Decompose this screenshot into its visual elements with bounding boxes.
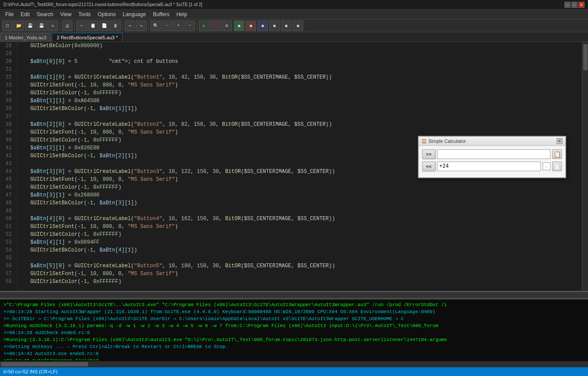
close-button[interactable]: ✕ — [578, 2, 585, 8]
tb-new[interactable]: 🗋 — [2, 21, 13, 31]
tb-zoom-in[interactable]: + — [173, 21, 184, 31]
tab-0-label: 1 Master_Yoda.au3 — [5, 35, 46, 40]
scrollbar-thumb — [1, 362, 88, 366]
calc-result-field[interactable] — [437, 162, 541, 171]
code-line: GUICtrlSetFont(-1, 10, 800, 0, "MS Sans … — [21, 223, 582, 231]
tb-run[interactable]: ▶ — [199, 21, 209, 31]
tb-btn-extra6[interactable]: ◼ — [293, 21, 303, 31]
tb-print[interactable]: 🖨 — [62, 21, 72, 31]
code-line: GUICtrlSetBkColor(-1, $aBtn[4][1]) — [21, 246, 582, 254]
output-line: >"C:\Program Files (x86)\AutoIt3\SciTE\.… — [3, 301, 585, 308]
output-line: >Running AU3Check (3.3.16.1) params:-q -… — [3, 322, 585, 329]
output-line: +>Setting Hotkeys ... → Press Ctrl+Alt+B… — [3, 343, 585, 350]
output-separator[interactable] — [0, 292, 588, 298]
menu-language[interactable]: Language — [119, 10, 149, 18]
code-line: GUICtrlSetFont(-1, 10, 800, 0, "MS Sans … — [21, 270, 582, 278]
tabs-bar: 1 Master_Yoda.au3 2 RectButtonsSpecial5.… — [0, 32, 588, 42]
tb-open[interactable]: 📂 — [14, 21, 24, 31]
menu-help[interactable]: Help — [173, 10, 191, 18]
minimize-button[interactable]: ─ — [564, 2, 571, 8]
output-line: +>09:14:28 AU3Check ended.rc:0 — [3, 329, 585, 336]
menu-search[interactable]: Search — [33, 10, 57, 18]
title-bar-buttons: ─ □ ✕ — [564, 2, 585, 8]
tb-find-next[interactable]: → — [162, 21, 172, 31]
code-line: GUICtrlSetBkColor(-1, $aBtn[3][1]) — [21, 199, 582, 207]
tb-btn-extra5[interactable]: ◼ — [281, 21, 291, 31]
tb-undo[interactable]: ↩ — [125, 21, 135, 31]
code-line: GUICtrlSetColor(-1, 0xFFFFFF) — [21, 89, 582, 97]
calc-back-button[interactable]: << — [422, 162, 435, 171]
code-line: GUICtrlSetColor(-1, 0xFFFFFF) — [21, 278, 582, 286]
tb-copy[interactable]: 📋 — [88, 21, 98, 31]
code-line: GUICtrlSetColor(-1, 0xFFFFFF) — [21, 231, 582, 238]
horizontal-scrollbar[interactable] — [0, 361, 588, 367]
calc-close-button[interactable]: ✕ — [557, 138, 563, 144]
calc-row-1: >> 📋 — [422, 149, 562, 159]
calc-forward-button[interactable]: >> — [422, 149, 435, 159]
menu-view[interactable]: View — [57, 10, 75, 18]
tb-btn-extra2[interactable]: ◼ — [246, 21, 256, 31]
tab-0[interactable]: 1 Master_Yoda.au3 — [0, 33, 51, 41]
calc-icon: 🧮 — [421, 139, 427, 144]
calc-check-button[interactable]: ✓ — [543, 162, 550, 170]
code-line: GUICtrlSetColor(-1, 0xFFFFFF) — [21, 183, 582, 191]
calc-paste-button[interactable]: 📋 — [552, 149, 562, 159]
menu-edit[interactable]: Edit — [17, 10, 33, 18]
tb-sep-3 — [123, 21, 123, 30]
output-content: >"C:\Program Files (x86)\AutoIt3\SciTE\.… — [2, 300, 586, 360]
output-line: >09:14:42 AutoIt3Wrapper Finished — [3, 357, 585, 360]
code-line: $aBtn[0][0] = 5 "cmt">; cnt of buttons — [21, 58, 582, 66]
tb-redo[interactable]: ↪ — [136, 21, 147, 31]
code-line — [21, 254, 582, 262]
tb-sep-2 — [74, 21, 75, 30]
toolbar: 🗋 📂 💾 💾 ✕ 🖨 ✂ 📋 📄 🗑 ↩ ↪ 🔍 → + − ▶ ■ ⚙ ◼ … — [0, 19, 588, 32]
tb-btn-extra3[interactable]: ◼ — [257, 21, 268, 31]
calculator-title-bar: 🧮 Simple Calculator ✕ — [419, 137, 565, 146]
output-line: >Running:(3.3.16.1):C:\Program Files (x8… — [3, 336, 585, 343]
tb-btn-extra1[interactable]: ◼ — [234, 21, 244, 31]
code-line — [21, 50, 582, 58]
code-line — [21, 207, 582, 215]
tb-sep-5 — [197, 21, 197, 30]
code-line: GUICtrlSetFont(-1, 10, 800, 0, "MS Sans … — [21, 128, 582, 136]
output-line: +>09:14:28 Starting AutoIt3Wrapper (21.3… — [3, 308, 585, 315]
code-line: $aBtn[3][1] = 0x268000 — [21, 191, 582, 199]
tb-zoom-out[interactable]: − — [185, 21, 195, 31]
menu-file[interactable]: File — [2, 10, 17, 18]
output-line: +>09:14:42 AutoIt3.exe ended.rc:0 — [3, 350, 585, 357]
tb-paste[interactable]: 📄 — [99, 21, 109, 31]
code-line: GUISetBkColor(0x000000) — [21, 42, 582, 50]
code-line: $aBtn[4][0] = GUICtrlCreateLabel("Button… — [21, 215, 582, 223]
tb-save-all[interactable]: 💾 — [36, 21, 47, 31]
tb-close[interactable]: ✕ — [48, 21, 58, 31]
tb-save[interactable]: 💾 — [25, 21, 35, 31]
maximize-button[interactable]: □ — [571, 2, 578, 8]
menu-buffers[interactable]: Buffers — [150, 10, 173, 18]
code-line: GUICtrlSetFont(-1, 10, 800, 0, "MS Sans … — [21, 81, 582, 89]
tb-find[interactable]: 🔍 — [150, 21, 161, 31]
code-line: $aBtn[5][0] = GUICtrlCreateLabel("Button… — [21, 262, 582, 270]
tb-sep-1 — [60, 21, 60, 30]
tab-1-label: 2 RectButtonsSpecial5.au3 * — [57, 35, 118, 40]
tb-stop[interactable]: ■ — [210, 21, 221, 31]
menu-options[interactable]: Options — [94, 10, 119, 18]
output-line: +> SciTEDir ⇒ C:\Program Files (x86)\Aut… — [3, 315, 585, 322]
status-bar: li=50 co=52 INS (CR+LF) — [0, 367, 588, 376]
code-line — [21, 66, 582, 73]
tab-1[interactable]: 2 RectButtonsSpecial5.au3 * — [52, 33, 123, 41]
calc-title-text: Simple Calculator — [428, 138, 466, 144]
code-line: GUICtrlSetBkColor(-1, $aBtn[1][1]) — [21, 105, 582, 113]
output-panel: >"C:\Program Files (x86)\AutoIt3\SciTE\.… — [0, 298, 588, 361]
calc-input-field[interactable] — [437, 149, 550, 159]
menu-bar: File Edit Search View Tools Options Lang… — [0, 10, 588, 19]
calculator-body: >> 📋 << ✓ 📄 — [419, 146, 565, 177]
code-line: $aBtn[4][1] = 0x0094FF — [21, 238, 582, 246]
tb-compile[interactable]: ⚙ — [222, 21, 232, 31]
vertical-scrollbar[interactable] — [582, 42, 588, 291]
tb-btn-extra4[interactable]: ◼ — [269, 21, 280, 31]
menu-tools[interactable]: Tools — [75, 10, 94, 18]
calc-copy-result-button[interactable]: 📄 — [552, 162, 562, 171]
code-line: $aBtn[1][0] = GUICtrlCreateLabel("Button… — [21, 73, 582, 81]
tb-delete[interactable]: 🗑 — [110, 21, 121, 31]
tb-cut[interactable]: ✂ — [76, 21, 87, 31]
